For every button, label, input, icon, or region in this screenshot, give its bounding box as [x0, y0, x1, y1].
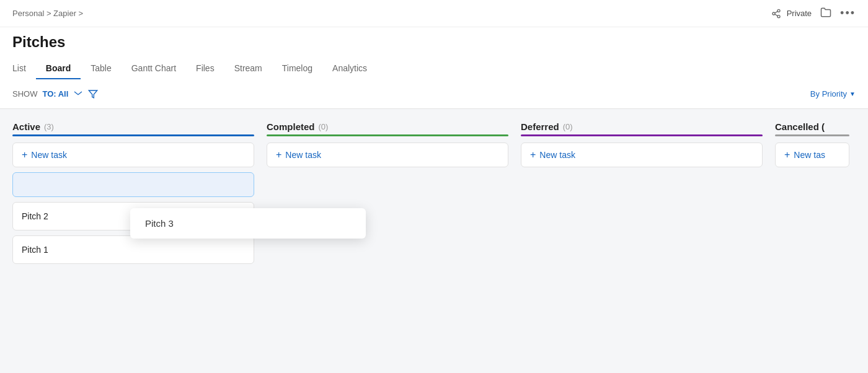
filter-left: SHOW TO: All	[12, 89, 98, 99]
tab-stream[interactable]: Stream	[224, 58, 272, 79]
svg-line-4	[774, 11, 777, 13]
column-deferred-bar	[521, 134, 763, 136]
pitch3-label: Pitch 3	[145, 218, 174, 229]
tab-board[interactable]: Board	[36, 58, 81, 79]
topbar-actions: Private •••	[771, 7, 856, 20]
by-priority-label: By Priority	[810, 89, 847, 99]
folder-icon[interactable]	[820, 7, 831, 20]
column-active-count: (3)	[44, 122, 54, 131]
by-priority-button[interactable]: By Priority ▼	[810, 89, 856, 99]
filter-bar: SHOW TO: All By Priority ▼	[0, 79, 868, 109]
more-options-icon[interactable]: •••	[840, 7, 856, 20]
page-title: Pitches	[12, 33, 856, 51]
column-deferred-count: (0)	[563, 122, 573, 131]
new-task-label-completed: New task	[285, 150, 321, 160]
column-deferred-header: Deferred (0)	[521, 121, 763, 132]
to-all-button[interactable]: TO: All	[42, 89, 68, 99]
show-label: SHOW	[12, 89, 37, 99]
column-cancelled: Cancelled ( + New tas	[775, 121, 849, 369]
tab-files[interactable]: Files	[186, 58, 224, 79]
column-completed-title: Completed	[267, 121, 315, 132]
tab-analytics[interactable]: Analytics	[322, 58, 377, 79]
new-task-button-active[interactable]: + New task	[12, 143, 254, 167]
column-completed-header: Completed (0)	[267, 121, 508, 132]
tab-table[interactable]: Table	[81, 58, 121, 79]
column-deferred-title: Deferred	[521, 121, 559, 132]
column-active-title: Active	[12, 121, 40, 132]
pitch3-dropdown[interactable]: Pitch 3	[130, 208, 366, 239]
chevron-down-icon: ▼	[849, 90, 856, 97]
filter-icon[interactable]	[73, 89, 83, 99]
svg-line-3	[774, 14, 777, 16]
topbar: Personal > Zapier > Private •••	[0, 0, 868, 27]
column-active-header: Active (3)	[12, 121, 254, 132]
tab-gantt-chart[interactable]: Gantt Chart	[122, 58, 186, 79]
plus-icon-active: +	[22, 149, 27, 160]
column-active: Active (3) + New task Pitch 2 Pitch 1	[12, 121, 254, 369]
task-card-pitch1[interactable]: Pitch 1	[12, 235, 254, 264]
column-completed-bar	[267, 134, 508, 136]
new-task-button-cancelled[interactable]: + New tas	[775, 143, 849, 167]
nav-tabs: List Board Table Gantt Chart Files Strea…	[12, 58, 856, 79]
tab-timelog[interactable]: Timelog	[272, 58, 322, 79]
svg-point-0	[777, 9, 780, 12]
private-label: Private	[787, 9, 812, 18]
svg-point-2	[777, 15, 780, 17]
task-title-pitch2: Pitch 2	[22, 211, 48, 221]
board-area: Active (3) + New task Pitch 2 Pitch 1 Co…	[0, 109, 868, 369]
private-button[interactable]: Private	[771, 9, 812, 19]
plus-icon-cancelled: +	[784, 149, 790, 160]
new-task-label-active: New task	[31, 150, 67, 160]
page-header: Pitches List Board Table Gantt Chart Fil…	[0, 27, 868, 79]
task-input-active[interactable]	[12, 172, 254, 197]
breadcrumb: Personal > Zapier >	[12, 9, 83, 18]
new-task-button-completed[interactable]: + New task	[267, 143, 508, 167]
column-completed: Completed (0) + New task	[267, 121, 508, 369]
column-cancelled-header: Cancelled (	[775, 121, 849, 132]
new-task-label-deferred: New task	[539, 150, 575, 160]
column-cancelled-bar	[775, 134, 849, 136]
column-cancelled-title: Cancelled (	[775, 121, 825, 132]
new-task-button-deferred[interactable]: + New task	[521, 143, 763, 167]
svg-point-1	[773, 12, 775, 15]
column-completed-count: (0)	[319, 122, 329, 131]
plus-icon-deferred: +	[530, 149, 536, 160]
column-active-bar	[12, 134, 254, 136]
tab-list[interactable]: List	[12, 58, 36, 79]
task-title-pitch1: Pitch 1	[22, 245, 48, 255]
svg-marker-5	[89, 90, 97, 98]
column-deferred: Deferred (0) + New task	[521, 121, 763, 369]
funnel-icon[interactable]	[88, 89, 98, 99]
plus-icon-completed: +	[276, 149, 281, 160]
new-task-label-cancelled: New tas	[794, 150, 825, 160]
